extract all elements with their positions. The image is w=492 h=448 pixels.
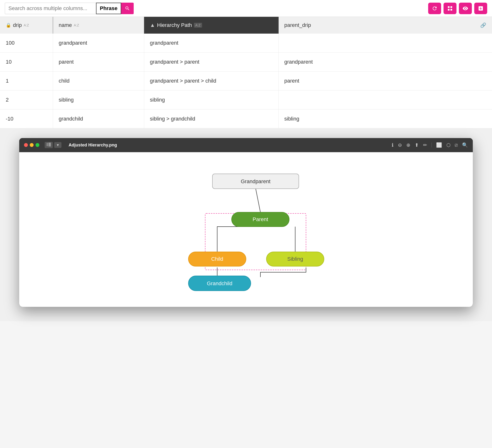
search-container: Phrase [5,3,144,14]
col-header-hierarchy[interactable]: ▲ Hierarchy Path A:Z [144,17,278,34]
mac-window-controls: ▼ [45,142,62,148]
cell-parent_drip: parent [278,72,492,91]
window-chevron-button[interactable]: ▼ [54,142,62,148]
cell-parent_drip [278,91,492,109]
grandchild-label: Grandchild [207,281,232,286]
eye-icon [462,6,468,11]
search-input[interactable] [5,3,96,14]
child-label: Child [211,256,223,262]
cell-drip: 10 [0,52,53,72]
export-button[interactable] [474,3,487,14]
edit-button[interactable]: ✏ [423,142,427,148]
lock-icon: 🔒 [6,22,11,28]
cell-hierarchy_path: grandparent > parent [144,52,278,72]
col-header-drip[interactable]: 🔒 drip A:Z [0,17,53,34]
shape-button[interactable]: ⬡ [446,142,451,148]
mac-window-title: Adjusted Hierarchy.png [69,143,117,148]
cell-parent_drip [278,34,492,52]
toolbar-right [428,3,487,14]
export-icon [478,6,484,11]
col-drip-label: drip [13,22,22,28]
col-hierarchy-sort-icon: ▲ [150,22,155,28]
parent-label: Parent [253,216,268,222]
svg-rect-0 [47,143,48,146]
mac-dot-yellow[interactable] [30,143,34,147]
cell-name: parent [53,52,144,72]
col-hierarchy-label: Hierarchy Path [157,22,192,28]
col-drip-sort: A:Z [24,23,29,27]
zoom-in-button[interactable]: ⊕ [406,142,410,148]
info-button[interactable]: ℹ [392,142,394,148]
mac-window: ▼ Adjusted Hierarchy.png ℹ ⊖ ⊕ ⬆ ✏ ⬜ ⬡ ⎚… [19,138,473,307]
cell-hierarchy_path: grandparent > parent > child [144,72,278,91]
cell-hierarchy_path: grandparent [144,34,278,52]
col-header-name[interactable]: name A:Z [53,17,144,34]
frame-button[interactable]: ⬜ [436,142,442,148]
share-button[interactable]: ⬆ [415,142,419,148]
svg-rect-3 [49,146,51,146]
svg-line-4 [256,188,260,212]
mac-toolbar-icons: ℹ ⊖ ⊕ ⬆ ✏ ⬜ ⬡ ⎚ 🔍 [392,142,468,148]
cell-parent_drip: sibling [278,109,492,128]
refresh-icon [432,6,438,11]
svg-rect-1 [49,143,51,144]
zoom-out-button[interactable]: ⊖ [398,142,402,148]
refresh-button[interactable] [428,3,441,14]
link-icon: 🔗 [480,22,486,28]
data-table-container: 🔒 drip A:Z name A:Z ▲ Hierarchy Path [0,17,492,128]
mac-content: Grandparent Parent Child Sibling Grandch… [19,152,473,307]
table-row: -10grandchildsibling > grandchildsibling [0,109,492,128]
grid-icon [447,6,453,11]
eye-button[interactable] [459,3,472,14]
grid-button[interactable] [443,3,456,14]
cell-name: sibling [53,91,144,109]
table-row: 10parentgrandparent > parentgrandparent [0,52,492,72]
col-name-sort: A:Z [74,23,79,27]
phrase-button[interactable]: Phrase [96,3,121,14]
toolbar-divider [431,143,432,147]
data-table: 🔒 drip A:Z name A:Z ▲ Hierarchy Path [0,17,492,128]
mac-window-wrapper: ▼ Adjusted Hierarchy.png ℹ ⊖ ⊕ ⬆ ✏ ⬜ ⬡ ⎚… [0,128,492,321]
sidebar-icon [47,143,51,146]
cell-name: grandparent [53,34,144,52]
search-icon [125,6,130,11]
grandparent-label: Grandparent [241,178,270,184]
cell-drip: 1 [0,72,53,91]
toolbar: Phrase [0,0,492,17]
col-header-parent-drip[interactable]: parent_drip 🔗 [278,17,492,34]
mac-dot-red[interactable] [24,143,28,147]
svg-rect-2 [49,144,51,145]
col-parent-drip-label: parent_drip [284,22,311,28]
table-row: 100grandparentgrandparent [0,34,492,52]
cell-drip: 100 [0,34,53,52]
search-button[interactable] [121,3,134,14]
cell-name: grandchild [53,109,144,128]
hierarchy-diagram: Grandparent Parent Child Sibling Grandch… [29,162,463,296]
sibling-label: Sibling [287,256,303,262]
mac-dot-green[interactable] [36,143,39,147]
cell-parent_drip: grandparent [278,52,492,72]
cell-name: child [53,72,144,91]
mac-window-dots [24,143,39,147]
draw-button[interactable]: ⎚ [455,142,458,148]
mac-search-button[interactable]: 🔍 [462,142,468,148]
sidebar-toggle-button[interactable] [45,142,53,148]
col-name-label: name [59,22,72,28]
table-row: 2siblingsibling [0,91,492,109]
cell-drip: -10 [0,109,53,128]
col-hierarchy-badge: A:Z [194,23,202,28]
cell-drip: 2 [0,91,53,109]
table-row: 1childgrandparent > parent > childparent [0,72,492,91]
mac-titlebar: ▼ Adjusted Hierarchy.png ℹ ⊖ ⊕ ⬆ ✏ ⬜ ⬡ ⎚… [19,138,473,152]
cell-hierarchy_path: sibling [144,91,278,109]
cell-hierarchy_path: sibling > grandchild [144,109,278,128]
